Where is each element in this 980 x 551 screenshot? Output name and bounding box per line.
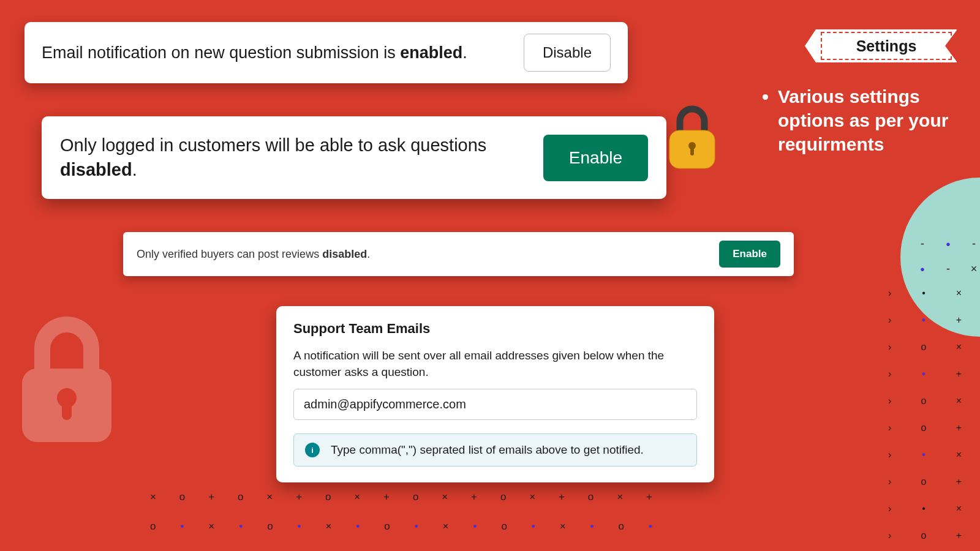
- enable-button[interactable]: Enable: [719, 241, 780, 268]
- bullet-list: Various settings options as per your req…: [761, 84, 957, 156]
- text: Only verified buyers can post reviews: [137, 248, 322, 260]
- info-text: Type comma(",") seprated list of emails …: [331, 443, 644, 457]
- logged-in-customers-card: Only logged in customers will be able to…: [42, 116, 666, 199]
- ribbon-label: Settings: [856, 37, 917, 55]
- enable-button[interactable]: Enable: [543, 135, 648, 181]
- support-emails-card: Support Team Emails A notification will …: [276, 306, 714, 482]
- decorative-pattern-right: ›•× ›•+ ›o× ›•+ ›o× ›o+ ›•× ›o+ ›•× ›o+: [888, 288, 962, 541]
- status-disabled: disabled: [322, 248, 367, 260]
- bullet-item: Various settings options as per your req…: [778, 84, 957, 156]
- support-emails-description: A notification will be sent over all ema…: [293, 348, 697, 380]
- text: .: [462, 43, 467, 62]
- text: Email notification on new question submi…: [42, 43, 400, 62]
- support-emails-title: Support Team Emails: [293, 321, 697, 337]
- text: .: [132, 160, 137, 179]
- svg-rect-6: [62, 398, 72, 420]
- text: .: [367, 248, 370, 260]
- status-disabled: disabled: [60, 160, 132, 179]
- verified-buyers-text: Only verified buyers can post reviews di…: [137, 248, 370, 261]
- info-banner: i Type comma(",") seprated list of email…: [293, 433, 697, 467]
- email-notification-text: Email notification on new question submi…: [42, 43, 467, 62]
- verified-buyers-card: Only verified buyers can post reviews di…: [123, 232, 794, 276]
- svg-rect-3: [690, 146, 694, 156]
- lock-watermark-icon: [15, 312, 119, 449]
- disable-button[interactable]: Disable: [524, 34, 611, 72]
- lock-icon: [665, 103, 720, 176]
- info-icon: i: [305, 443, 320, 457]
- support-emails-input[interactable]: [293, 389, 697, 420]
- settings-ribbon: Settings: [816, 29, 957, 62]
- decorative-pattern-bottom: ×o+o×+o×+o×+o×+o×+ o•×•o•×•o•×•o•×•o•: [150, 491, 652, 533]
- email-notification-card: Email notification on new question submi…: [24, 22, 628, 83]
- text: Only logged in customers will be able to…: [60, 135, 486, 155]
- logged-in-text: Only logged in customers will be able to…: [60, 133, 486, 181]
- status-enabled: enabled: [400, 43, 462, 62]
